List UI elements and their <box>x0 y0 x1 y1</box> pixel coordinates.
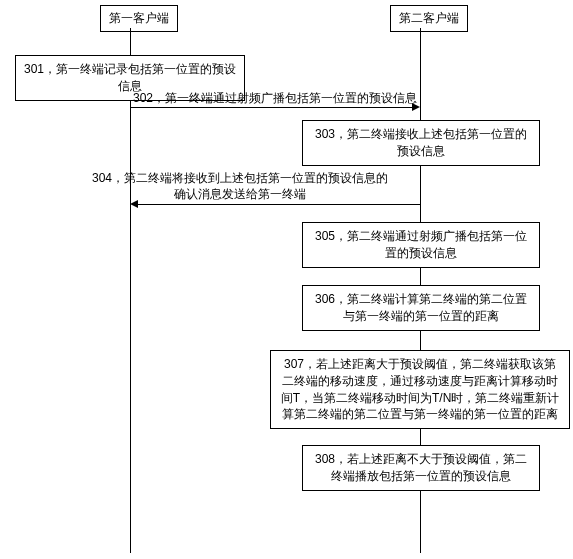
step-304-arrow <box>130 200 138 208</box>
step-302-arrow <box>412 103 420 111</box>
step-307-line2: 二终端的移动速度，通过移动速度与距离计算移动时 <box>282 374 558 388</box>
step-308-line1: 308，若上述距离不大于预设阈值，第二 <box>315 452 527 466</box>
step-302-line <box>130 107 412 108</box>
step-304-label1: 304，第二终端将接收到上述包括第一位置的预设信息的 <box>80 170 400 187</box>
step-305-box: 305，第二终端通过射频广播包括第一位 置的预设信息 <box>302 222 540 268</box>
step-303-box: 303，第二终端接收上述包括第一位置的 预设信息 <box>302 120 540 166</box>
participant-second-client: 第二客户端 <box>390 5 468 32</box>
step-307-line1: 307，若上述距离大于预设阈值，第二终端获取该第 <box>284 357 556 371</box>
step-307-line3: 间T，当第二终端移动时间为T/N时，第二终端重新计 <box>281 391 560 405</box>
step-306-line2: 与第一终端的第一位置的距离 <box>343 309 499 323</box>
step-306-box: 306，第二终端计算第二终端的第二位置 与第一终端的第一位置的距离 <box>302 285 540 331</box>
step-308-box: 308，若上述距离不大于预设阈值，第二 终端播放包括第一位置的预设信息 <box>302 445 540 491</box>
step-307-line4: 算第二终端的第二位置与第一终端的第一位置的距离 <box>282 407 558 421</box>
step-307-box: 307，若上述距离大于预设阈值，第二终端获取该第 二终端的移动速度，通过移动速度… <box>270 350 570 429</box>
step-303-line1: 303，第二终端接收上述包括第一位置的 <box>315 127 527 141</box>
step-305-line1: 305，第二终端通过射频广播包括第一位 <box>315 229 527 243</box>
step-308-line2: 终端播放包括第一位置的预设信息 <box>331 469 511 483</box>
step-304-label2: 确认消息发送给第一终端 <box>80 186 400 203</box>
step-302-label: 302，第一终端通过射频广播包括第一位置的预设信息 <box>130 90 420 107</box>
step-303-line2: 预设信息 <box>397 144 445 158</box>
step-304-line <box>138 204 420 205</box>
step-306-line1: 306，第二终端计算第二终端的第二位置 <box>315 292 527 306</box>
participant-first-client: 第一客户端 <box>100 5 178 32</box>
step-301-text: 301，第一终端记录包括第一位置的预设信息 <box>24 62 236 93</box>
step-305-line2: 置的预设信息 <box>385 246 457 260</box>
